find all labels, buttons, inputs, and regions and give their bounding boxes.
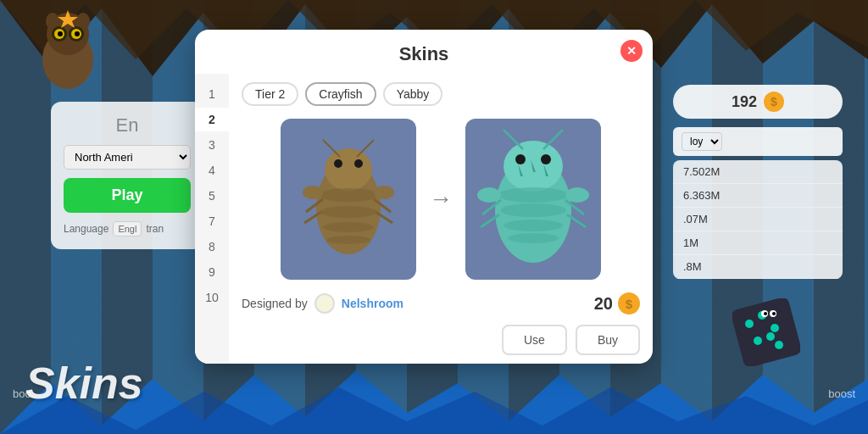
tag-yabby[interactable]: Yabby — [383, 82, 443, 106]
coins-display: 192 $ — [673, 85, 843, 119]
svg-point-35 — [326, 236, 370, 244]
mode-dropdown[interactable]: loy — [682, 132, 722, 151]
designer-info: Designed by Nelshroom — [242, 293, 403, 314]
language-sub: tran — [146, 223, 164, 235]
tier-num-5[interactable]: 5 — [195, 184, 229, 208]
modal-title: Skins — [399, 43, 449, 64]
skin-card-from[interactable] — [281, 119, 416, 280]
skin-comparison: → — [242, 119, 640, 280]
svg-rect-15 — [732, 298, 800, 366]
svg-point-28 — [334, 159, 342, 168]
right-panel: 192 $ loy 7.502M 6.363M .07M 1M .8M — [673, 85, 843, 279]
character-avatar — [25, 8, 110, 93]
svg-line-47 — [543, 130, 563, 149]
tier-num-1[interactable]: 1 — [195, 82, 229, 106]
svg-point-44 — [515, 154, 526, 164]
svg-line-46 — [504, 130, 523, 149]
language-label: Language — [64, 223, 108, 235]
left-panel-title: En — [64, 114, 191, 136]
leaderboard-list: 7.502M 6.363M .07M 1M .8M — [673, 160, 843, 279]
svg-point-25 — [772, 312, 776, 315]
skin-card-to[interactable] — [465, 119, 601, 280]
svg-point-40 — [303, 186, 323, 199]
tags-row: Tier 2 Crayfish Yabby — [242, 82, 640, 106]
svg-point-12 — [58, 31, 63, 36]
designer-label: Designed by — [242, 297, 308, 310]
tier-num-3[interactable]: 3 — [195, 133, 229, 157]
svg-point-16 — [745, 320, 754, 328]
price-display: 20 $ — [594, 292, 640, 314]
svg-point-41 — [374, 186, 394, 199]
modal-body: 1 2 3 4 5 7 8 9 10 Tier 2 Crayfish Yabby — [195, 74, 653, 364]
svg-point-34 — [323, 222, 374, 232]
boost-label-right: boost — [828, 387, 855, 400]
svg-point-60 — [565, 187, 589, 203]
dropdown-row: loy — [673, 127, 843, 156]
designer-row: Designed by Nelshroom 20 $ — [242, 292, 640, 314]
crayfish-brown-svg — [298, 131, 399, 267]
list-item: 1M — [673, 231, 843, 255]
tier-num-8[interactable]: 8 — [195, 235, 229, 259]
buy-button[interactable]: Buy — [576, 325, 640, 355]
svg-point-49 — [500, 203, 566, 217]
tier-num-9[interactable]: 9 — [195, 260, 229, 284]
price-value: 20 — [594, 294, 613, 314]
skins-modal: Skins ✕ 1 2 3 4 5 7 8 9 10 Tier 2 Crayfi… — [195, 30, 653, 364]
action-buttons: Use Buy — [242, 325, 640, 355]
language-badge[interactable]: Engl — [113, 221, 142, 236]
tier-num-2[interactable]: 2 — [195, 108, 229, 131]
coins-value: 192 — [732, 93, 757, 111]
arrow-icon: → — [429, 186, 453, 213]
svg-point-18 — [771, 324, 779, 332]
designer-avatar — [314, 293, 335, 314]
left-panel: En North Ameri Play Language Engl tran — [51, 102, 203, 249]
modal-content-area: Tier 2 Crayfish Yabby — [229, 74, 653, 364]
price-coin-icon: $ — [618, 292, 640, 314]
tag-crayfish[interactable]: Crayfish — [305, 82, 376, 106]
svg-point-13 — [75, 31, 80, 36]
crayfish-teal-svg — [474, 125, 593, 274]
tag-tier2[interactable]: Tier 2 — [242, 82, 298, 106]
svg-point-33 — [320, 206, 376, 218]
svg-point-27 — [325, 148, 372, 191]
svg-point-51 — [508, 233, 559, 243]
list-item: .07M — [673, 208, 843, 231]
svg-point-29 — [354, 159, 363, 168]
svg-point-21 — [766, 332, 775, 341]
coin-icon: $ — [764, 92, 784, 112]
list-item: 6.363M — [673, 184, 843, 208]
designer-name: Nelshroom — [342, 297, 403, 310]
modal-header: Skins ✕ — [195, 30, 653, 74]
list-item: 7.502M — [673, 160, 843, 184]
modal-close-button[interactable]: ✕ — [620, 40, 643, 62]
svg-point-50 — [504, 220, 563, 231]
skins-watermark: Skins — [25, 358, 143, 409]
tier-number-list: 1 2 3 4 5 7 8 9 10 — [195, 74, 229, 364]
list-item: .8M — [673, 255, 843, 279]
decorative-patch — [732, 298, 800, 366]
svg-point-48 — [498, 187, 569, 203]
boost-label-left: boo — [13, 387, 31, 400]
svg-line-30 — [323, 140, 340, 157]
tier-num-4[interactable]: 4 — [195, 159, 229, 182]
tier-num-10[interactable]: 10 — [195, 286, 229, 309]
svg-point-32 — [319, 188, 378, 202]
tier-num-7[interactable]: 7 — [195, 209, 229, 233]
svg-point-45 — [541, 154, 551, 164]
svg-point-19 — [754, 337, 762, 345]
region-select[interactable]: North Ameri — [64, 145, 191, 170]
play-button[interactable]: Play — [64, 178, 191, 213]
svg-point-24 — [764, 312, 767, 315]
svg-point-20 — [775, 341, 783, 349]
use-button[interactable]: Use — [502, 325, 567, 355]
svg-point-59 — [477, 187, 501, 203]
svg-line-31 — [357, 140, 374, 157]
language-row: Language Engl tran — [64, 221, 191, 236]
